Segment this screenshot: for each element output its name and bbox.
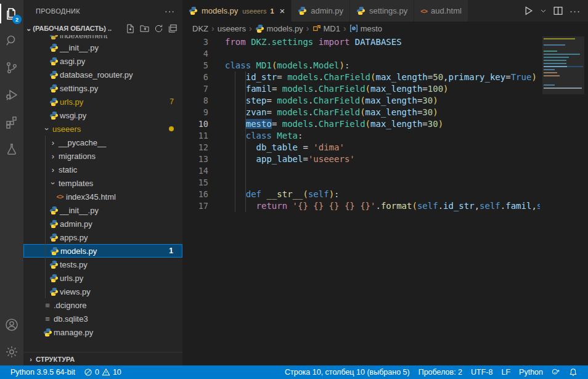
- line-number: 3: [182, 36, 225, 48]
- new-folder-icon[interactable]: [140, 24, 149, 33]
- python-icon: [49, 260, 59, 269]
- file-icon: ≡: [45, 314, 50, 324]
- outline-label: СТРУКТУРА: [36, 356, 75, 363]
- tree-item-views.py[interactable]: views.py: [23, 285, 182, 298]
- tab-settings.py[interactable]: settings.py: [350, 0, 414, 22]
- code-line[interactable]: def __str__(self):: [225, 189, 540, 200]
- code-line[interactable]: zvan= models.CharField(max_length=30): [225, 107, 540, 118]
- code-lines[interactable]: from DKZ.settings import DATABASESclass …: [225, 36, 540, 212]
- breadcrumb-item-mesto[interactable]: mesto: [349, 24, 382, 33]
- tab-models.py[interactable]: models.pyuseeers1×: [182, 0, 292, 22]
- outline-section-header[interactable]: › СТРУКТУРА: [23, 352, 182, 365]
- settings-gear-icon[interactable]: [0, 338, 23, 365]
- tree-item-tests.py[interactable]: tests.py: [23, 258, 182, 271]
- tree-item-migrations[interactable]: ›migrations: [23, 149, 182, 163]
- collapse-all-icon[interactable]: [168, 24, 178, 33]
- code-line[interactable]: famil= models.CharField(max_length=100): [225, 83, 540, 95]
- account-icon[interactable]: [0, 311, 23, 338]
- sidebar-more-actions-icon[interactable]: ···: [165, 6, 175, 16]
- minimap-line: [544, 66, 583, 67]
- code-line[interactable]: [225, 165, 540, 177]
- tree-item-static[interactable]: ›static: [23, 163, 182, 176]
- indentation[interactable]: Пробелов: 2: [414, 368, 467, 377]
- python-interpreter[interactable]: Python 3.9.5 64-bit: [6, 368, 80, 377]
- code-editor[interactable]: 34567891011121314151617 from DKZ.setting…: [182, 35, 588, 365]
- tree-item-asgi.py[interactable]: asgi.py: [23, 54, 182, 68]
- tree-item-models.py[interactable]: models.py1: [23, 244, 182, 258]
- tree-item-__init__.py[interactable]: __init__.py: [23, 203, 182, 217]
- tree-item-manage.py[interactable]: manage.py: [23, 325, 182, 339]
- tree-item-indexelement[interactable]: indexelement: [23, 35, 182, 41]
- tree-item-db.sqlite3[interactable]: ≡db.sqlite3: [23, 312, 182, 325]
- line-number: 16: [182, 189, 225, 200]
- breadcrumb-item-DKZ[interactable]: DKZ: [192, 24, 208, 33]
- tree-item-wsgi.py[interactable]: wsgi.py: [23, 108, 182, 122]
- testing-icon[interactable]: [0, 136, 23, 163]
- minimap-line: [544, 57, 583, 58]
- tree-item-__init__.py[interactable]: __init__.py: [23, 41, 182, 54]
- source-control-icon[interactable]: [0, 54, 23, 81]
- run-debug-icon[interactable]: [0, 81, 23, 108]
- tree-item-label: useeers: [52, 124, 81, 134]
- status-bar: Python 3.9.5 64-bit 0 10 Строка 10, стол…: [0, 365, 588, 379]
- code-line[interactable]: app_label='useeers': [225, 153, 540, 165]
- tree-item-urls.py[interactable]: urls.py: [23, 271, 182, 285]
- code-line[interactable]: db_table = 'dima': [225, 142, 540, 153]
- python-icon: [255, 24, 264, 33]
- minimap-line: [544, 84, 583, 86]
- split-editor-icon[interactable]: [553, 6, 563, 16]
- notifications-bell-icon[interactable]: [565, 368, 582, 377]
- tab-label: settings.py: [369, 6, 407, 15]
- feedback-icon[interactable]: [547, 368, 565, 377]
- code-line[interactable]: id_str= models.CharField(max_length=50,p…: [225, 71, 540, 83]
- python-icon: [189, 6, 198, 15]
- explorer-badge: 2: [12, 15, 22, 24]
- tree-item-apps.py[interactable]: apps.py: [23, 230, 182, 244]
- code-line[interactable]: class Meta:: [225, 130, 540, 142]
- tree-item-label: urls.py: [60, 97, 83, 107]
- code-line[interactable]: step= models.CharField(max_length=30): [225, 95, 540, 107]
- sidebar-explorer: ПРОВОДНИК ··· ⌄ (РАБОЧАЯ ОБЛАСТЬ) ... in…: [23, 0, 182, 365]
- tree-item-templates[interactable]: ›templates: [23, 176, 182, 190]
- run-python-file-icon[interactable]: [523, 6, 534, 16]
- close-icon[interactable]: ×: [280, 6, 285, 15]
- code-line[interactable]: return '{} {} {} {} {}'.format(self.id_s…: [225, 200, 540, 212]
- tree-item-__pycache__[interactable]: ›__pycache__: [23, 136, 182, 149]
- breadcrumb-item-models.py[interactable]: models.py: [255, 24, 303, 33]
- tree-item-index345.html[interactable]: <>index345.html: [23, 190, 182, 203]
- minimap[interactable]: [542, 36, 584, 104]
- chevron-down-icon[interactable]: [540, 6, 547, 16]
- code-line[interactable]: class MD1(models.Model):: [225, 60, 540, 71]
- tab-aud.html[interactable]: <>aud.html: [414, 0, 468, 22]
- tab-admin.py[interactable]: admin.py: [292, 0, 350, 22]
- tree-item-label: settings.py: [60, 84, 98, 93]
- problems-status[interactable]: 0 10: [80, 368, 126, 377]
- code-line[interactable]: [225, 48, 540, 60]
- new-file-icon[interactable]: [126, 24, 135, 33]
- refresh-icon[interactable]: [154, 24, 163, 33]
- line-number: 4: [182, 48, 225, 60]
- more-actions-icon[interactable]: ···: [570, 6, 581, 16]
- eol-sequence[interactable]: LF: [497, 368, 515, 377]
- explorer-icon[interactable]: 2: [0, 0, 23, 27]
- tree-item-database_roouter.py[interactable]: database_roouter.py: [23, 68, 182, 81]
- sidebar-title: ПРОВОДНИК: [36, 7, 80, 15]
- code-line[interactable]: from DKZ.settings import DATABASES: [225, 36, 540, 48]
- breadcrumb: DKZ›useeers›models.py›MD1›mesto: [182, 22, 588, 35]
- language-mode[interactable]: Python: [515, 368, 547, 377]
- search-icon[interactable]: [0, 27, 23, 54]
- cursor-position[interactable]: Строка 10, столбец 10 (выбрано 5): [280, 368, 414, 377]
- tree-item-admin.py[interactable]: admin.py: [23, 217, 182, 230]
- code-line[interactable]: mesto= models.CharField(max_length=30): [225, 118, 540, 130]
- breadcrumb-item-MD1[interactable]: MD1: [312, 24, 340, 33]
- tree-item-settings.py[interactable]: settings.py: [23, 81, 182, 95]
- minimap-line: [544, 69, 583, 70]
- extensions-icon[interactable]: [0, 108, 23, 136]
- breadcrumb-item-useeers[interactable]: useeers: [218, 24, 246, 33]
- tree-item-useeers[interactable]: ›useeers: [23, 122, 182, 136]
- workspace-section-header[interactable]: ⌄ (РАБОЧАЯ ОБЛАСТЬ) ...: [23, 22, 182, 35]
- code-line[interactable]: [225, 177, 540, 189]
- tree-item-.dcignore[interactable]: ≡.dcignore: [23, 298, 182, 312]
- tree-item-urls.py[interactable]: urls.py7: [23, 95, 182, 108]
- encoding[interactable]: UTF-8: [467, 368, 497, 377]
